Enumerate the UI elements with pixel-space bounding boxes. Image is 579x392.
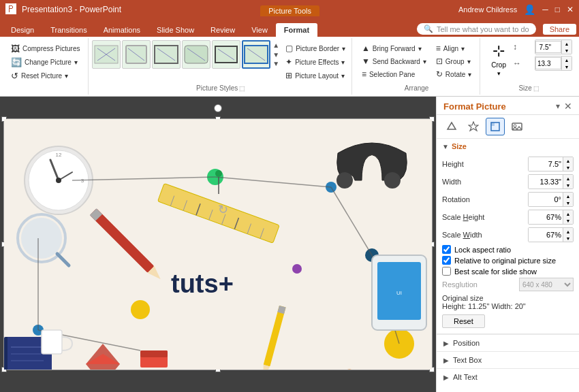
height-spin-up[interactable]: ▲ [562, 40, 572, 47]
tab-format[interactable]: Format [276, 23, 317, 37]
rotation-prop-spin-down[interactable]: ▼ [563, 199, 573, 206]
style-scroll-up[interactable]: ▲ [272, 41, 280, 50]
scale-height-prop-input[interactable] [529, 210, 563, 224]
panel-layout-btn[interactable] [486, 118, 505, 135]
best-scale-checkbox[interactable] [442, 267, 451, 276]
picture-effects-button[interactable]: ✦ Picture Effects ▾ [281, 56, 349, 68]
reset-picture-button[interactable]: ↺ Reset Picture ▾ [7, 69, 84, 82]
style-scroll-arrows: ▲ ▼ ▼ [272, 39, 280, 69]
svg-point-63 [131, 300, 150, 319]
tab-view[interactable]: View [243, 23, 276, 37]
height-prop-spinner[interactable]: ▲ ▼ [563, 157, 573, 171]
rotation-prop-wrap[interactable]: ▲ ▼ [528, 192, 574, 207]
scale-height-prop-spinner[interactable]: ▲ ▼ [563, 210, 573, 224]
svg-point-22 [21, 218, 62, 259]
rotation-prop-spin-up[interactable]: ▲ [563, 193, 573, 199]
tab-animations[interactable]: Animations [95, 23, 148, 37]
scale-width-spin-up[interactable]: ▲ [563, 228, 573, 235]
compress-pictures-button[interactable]: 🖼 Compress Pictures [7, 42, 84, 55]
style-thumb-1[interactable] [92, 40, 121, 69]
scale-width-prop-input[interactable] [529, 228, 563, 242]
rotation-prop-spinner[interactable]: ▲ ▼ [563, 193, 573, 206]
scale-height-spin-up[interactable]: ▲ [563, 210, 573, 217]
rotate-handle[interactable] [214, 104, 222, 112]
panel-close-button[interactable]: ✕ [564, 101, 572, 112]
relative-original-checkbox[interactable] [442, 256, 451, 265]
height-prop-spin-down[interactable]: ▼ [563, 164, 573, 171]
width-input-wrap[interactable]: ▲ ▼ [535, 56, 572, 71]
height-prop-wrap[interactable]: ▲ ▼ [528, 157, 574, 172]
panel-fill-line-btn[interactable] [442, 118, 461, 135]
width-spin-down[interactable]: ▼ [562, 63, 572, 70]
reset-button[interactable]: Reset [442, 314, 485, 328]
layout-label: Picture Layout [295, 72, 339, 80]
style-thumb-3[interactable] [152, 40, 181, 69]
rotate-button[interactable]: ↻ Rotate ▾ [432, 68, 475, 80]
selection-pane-button[interactable]: ≡ Selection Pane [358, 68, 431, 80]
scale-width-prop-wrap[interactable]: ▲ ▼ [528, 227, 574, 242]
tell-me-input[interactable]: 🔍 Tell me what you want to do [417, 23, 536, 35]
resolution-select[interactable]: 640 x 480 [519, 278, 574, 291]
style-thumb-6[interactable] [242, 40, 270, 69]
text-box-section[interactable]: ▶ Text Box [437, 351, 579, 368]
picture-layout-button[interactable]: ⊞ Picture Layout ▾ [281, 69, 349, 82]
group-button[interactable]: ⊡ Group ▾ [432, 55, 475, 67]
lock-aspect-checkbox[interactable] [442, 245, 451, 254]
style-thumb-5[interactable] [212, 40, 240, 69]
style-scroll-down[interactable]: ▼ [272, 50, 280, 59]
tab-review[interactable]: Review [202, 23, 243, 37]
size-content: ⊹ Crop ▾ ↕ ▲ ▼ ↔ [486, 39, 572, 84]
width-spin-up[interactable]: ▲ [562, 56, 572, 63]
width-prop-wrap[interactable]: ▲ ▼ [528, 174, 574, 189]
height-spin-down[interactable]: ▼ [562, 47, 572, 54]
height-spinner[interactable]: ▲ ▼ [561, 40, 572, 54]
height-prop-spin-up[interactable]: ▲ [563, 157, 573, 164]
height-prop-input[interactable] [529, 157, 563, 171]
picture-border-button[interactable]: ▢ Picture Border ▾ [281, 42, 349, 54]
scale-width-spin-down[interactable]: ▼ [563, 235, 573, 242]
share-button[interactable]: Share [543, 24, 576, 35]
position-section[interactable]: ▶ Position [437, 334, 579, 351]
scale-width-prop-spinner[interactable]: ▲ ▼ [563, 228, 573, 242]
width-prop-spin-up[interactable]: ▲ [563, 175, 573, 182]
width-prop-input[interactable] [529, 175, 563, 189]
style-more[interactable]: ▼ [272, 59, 280, 68]
maximize-button[interactable]: □ [555, 5, 560, 14]
height-input[interactable] [535, 41, 561, 53]
tab-transitions[interactable]: Transitions [42, 23, 95, 37]
tell-me-text: Tell me what you want to do [437, 25, 529, 33]
text-box-chevron-icon: ▶ [443, 357, 449, 364]
bring-forward-button[interactable]: ▲ Bring Forward ▾ [358, 42, 431, 54]
panel-collapse-icon[interactable]: ▾ [556, 101, 560, 111]
width-prop-spinner[interactable]: ▲ ▼ [563, 175, 573, 189]
size-launcher[interactable]: ⬚ [533, 85, 539, 92]
selection-pane-label: Selection Pane [369, 71, 415, 78]
width-input[interactable] [535, 57, 561, 69]
style-thumb-2[interactable] [122, 40, 151, 69]
size-section-header[interactable]: ▼ Size [437, 139, 579, 154]
picture-format-col: ▢ Picture Border ▾ ✦ Picture Effects ▾ ⊞… [281, 39, 349, 82]
panel-picture-btn[interactable] [507, 118, 527, 135]
send-backward-button[interactable]: ▼ Send Backward ▾ [358, 55, 431, 67]
slide-canvas[interactable]: 12 3 [3, 118, 433, 370]
original-size-value: Height: 11.25" Width: 20" [442, 302, 526, 310]
picture-styles-launcher[interactable]: ⬚ [239, 85, 245, 92]
close-button[interactable]: ✕ [567, 5, 574, 14]
width-prop-spin-down[interactable]: ▼ [563, 182, 573, 189]
align-button[interactable]: ≡ Align ▾ [432, 42, 475, 54]
scale-height-spin-down[interactable]: ▼ [563, 217, 573, 224]
alt-text-section[interactable]: ▶ Alt Text [437, 368, 579, 385]
slide-area: ↻ [0, 97, 436, 392]
minimize-button[interactable]: ─ [542, 5, 548, 14]
tab-slideshow[interactable]: Slide Show [148, 23, 202, 37]
style-thumb-4[interactable] [182, 40, 210, 69]
rotation-prop-input[interactable] [529, 193, 563, 206]
panel-effects-btn[interactable] [464, 118, 483, 135]
scale-height-prop-wrap[interactable]: ▲ ▼ [528, 210, 574, 225]
title-bar-left: 🅿 Presentation3 - PowerPoint [5, 3, 121, 16]
tab-design[interactable]: Design [3, 23, 42, 37]
width-spinner[interactable]: ▲ ▼ [561, 56, 572, 70]
crop-button[interactable]: ⊹ Crop ▾ [486, 39, 512, 80]
change-picture-button[interactable]: 🔄 Change Picture ▾ [7, 56, 84, 69]
height-input-wrap[interactable]: ▲ ▼ [535, 39, 572, 54]
